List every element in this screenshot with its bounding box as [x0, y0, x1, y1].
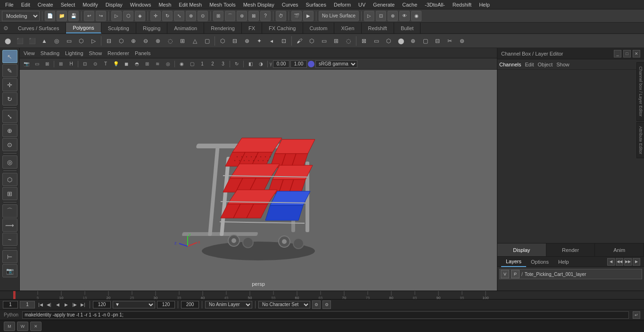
- vp-dof-icon[interactable]: ◎: [163, 60, 173, 68]
- duplicate-face-icon[interactable]: ⊡: [278, 35, 289, 47]
- viewport-canvas[interactable]: x y z persp: [20, 70, 497, 291]
- command-enter-icon[interactable]: ↵: [633, 311, 640, 319]
- scale-tool-left[interactable]: ⤡: [2, 110, 17, 123]
- command-input[interactable]: [22, 311, 629, 319]
- channel-box-close-btn[interactable]: ✕: [633, 50, 640, 57]
- channel-box-minimize-btn[interactable]: _: [614, 50, 621, 57]
- menu-display[interactable]: Display: [102, 1, 126, 8]
- torus-tool-icon[interactable]: ◎: [51, 35, 62, 47]
- rp-tab-render[interactable]: Render: [546, 243, 595, 256]
- wedge-icon[interactable]: ◂: [266, 35, 277, 47]
- vp-resolution-gate-icon[interactable]: ⊠: [42, 60, 52, 68]
- step-back-btn[interactable]: ◀|: [45, 301, 53, 308]
- paint-select-tool[interactable]: ✎: [2, 64, 17, 77]
- ipr-render-button[interactable]: ▶: [303, 11, 314, 21]
- cb-menu-edit[interactable]: Edit: [525, 62, 534, 67]
- curve-tool-left[interactable]: ⌒: [2, 204, 17, 218]
- cone-tool-icon[interactable]: ▲: [39, 35, 50, 47]
- cb-menu-show[interactable]: Show: [556, 62, 570, 67]
- uv-layout-icon[interactable]: ▢: [420, 35, 431, 47]
- taskbar-close-btn[interactable]: ✕: [30, 322, 41, 331]
- tab-sculpting[interactable]: Sculpting: [101, 23, 136, 33]
- soft-mod-tool-left[interactable]: ⊙: [2, 138, 17, 151]
- vp-medium-icon[interactable]: 2: [208, 60, 217, 68]
- tab-bar-gear-icon[interactable]: ⚙: [0, 23, 11, 33]
- layer-playback-btn[interactable]: P: [511, 270, 520, 278]
- universal-manip-tool[interactable]: ⊕: [2, 124, 17, 137]
- cb-menu-object[interactable]: Object: [537, 62, 553, 67]
- sphere-tool-icon[interactable]: ⬤: [2, 35, 13, 47]
- tab-polygons[interactable]: Polygons: [66, 23, 101, 33]
- rp-tab-display[interactable]: Display: [497, 243, 546, 256]
- taskbar-maya-btn[interactable]: M: [4, 322, 15, 331]
- anim-settings-btn[interactable]: ⚙: [322, 300, 331, 309]
- range-end-input[interactable]: ▼: [113, 301, 155, 308]
- history-button[interactable]: ⏱: [276, 11, 286, 21]
- uv-planar-icon[interactable]: ▭: [371, 35, 382, 47]
- layers-end-btn[interactable]: ▶: [633, 258, 640, 266]
- menu-3dtall[interactable]: -3DtoAll-: [421, 1, 448, 8]
- tab-bullet[interactable]: Bullet: [394, 23, 421, 33]
- quad-tool-icon[interactable]: ▢: [201, 35, 213, 47]
- menu-cache[interactable]: Cache: [399, 1, 421, 8]
- snap-live-surface-button[interactable]: ?: [260, 11, 271, 21]
- make-live-button[interactable]: ▷: [364, 11, 374, 21]
- vp-ao-icon[interactable]: ◓: [132, 60, 141, 68]
- tab-xgen[interactable]: XGen: [334, 23, 361, 33]
- vp-menu-shading[interactable]: Shading: [41, 50, 59, 56]
- lasso-tool-button[interactable]: ⬡: [123, 11, 133, 21]
- tab-fx-caching[interactable]: FX Caching: [262, 23, 303, 33]
- uv-cut-icon[interactable]: ✂: [444, 35, 455, 47]
- menu-curves[interactable]: Curves: [279, 1, 302, 8]
- symmetry-button[interactable]: ⊡: [376, 11, 386, 21]
- layers-add-btn[interactable]: ◀: [607, 258, 615, 266]
- scale-tool-button[interactable]: ⤡: [174, 11, 184, 21]
- select-tool-button[interactable]: ▷: [111, 11, 122, 21]
- range-start-input[interactable]: [93, 301, 111, 308]
- paint-tool-button[interactable]: ◈: [135, 11, 145, 21]
- new-file-button[interactable]: 📄: [45, 11, 55, 21]
- show-manip-tool[interactable]: ◎: [2, 155, 17, 169]
- menu-redshift[interactable]: Redshift: [449, 1, 475, 8]
- menu-help[interactable]: Help: [476, 1, 493, 8]
- vp-menu-view[interactable]: View: [24, 50, 35, 56]
- vp-color-space-icon[interactable]: [308, 61, 314, 67]
- disk-tool-icon[interactable]: ⬡: [75, 35, 87, 47]
- combine-tool-icon[interactable]: ⊕: [128, 35, 139, 47]
- vp-xray-icon[interactable]: ⊙: [91, 60, 100, 68]
- redo-button[interactable]: ↪: [96, 11, 106, 21]
- vp-motion-blur-icon[interactable]: ≋: [153, 60, 162, 68]
- vp-aa-icon[interactable]: ⊞: [142, 60, 152, 68]
- open-file-button[interactable]: 📁: [57, 11, 67, 21]
- layers-back-btn[interactable]: ◀◀: [616, 258, 623, 266]
- fill-hole-icon[interactable]: ⊕: [241, 35, 253, 47]
- tab-animation[interactable]: Animation: [167, 23, 204, 33]
- lasso-tool-left[interactable]: ⬡: [2, 173, 17, 186]
- vp-bb-icon[interactable]: ▢: [187, 60, 197, 68]
- menu-mesh[interactable]: Mesh: [155, 1, 174, 8]
- menu-file[interactable]: File: [2, 1, 17, 8]
- soft-mod-tool-button[interactable]: ⊙: [198, 11, 208, 21]
- vp-menu-lighting[interactable]: Lighting: [65, 50, 83, 56]
- vp-texture-icon[interactable]: T: [101, 60, 110, 68]
- rotate-tool-button[interactable]: ↻: [162, 11, 173, 21]
- cube-tool-icon[interactable]: ⬛: [14, 35, 25, 47]
- vp-film-gate-icon[interactable]: ▭: [32, 60, 41, 68]
- cylinder-tool-icon[interactable]: ⬛: [26, 35, 38, 47]
- no-live-surface-button[interactable]: No Live Surface: [319, 11, 359, 21]
- extrude-icon[interactable]: ⬡: [217, 35, 228, 47]
- uv-cylindrical-icon[interactable]: ⬡: [383, 35, 394, 47]
- move-tool-button[interactable]: ✛: [150, 11, 161, 21]
- vp-menu-show[interactable]: Show: [89, 50, 102, 56]
- menu-modify[interactable]: Modify: [79, 1, 101, 8]
- uv-editor-icon[interactable]: ⊠: [358, 35, 370, 47]
- go-to-start-btn[interactable]: |◀: [37, 301, 44, 308]
- menu-create[interactable]: Create: [34, 1, 57, 8]
- snap-point-button[interactable]: ⊛: [237, 11, 247, 21]
- layers-fwd-btn[interactable]: ▶▶: [624, 258, 632, 266]
- save-file-button[interactable]: 💾: [68, 11, 79, 21]
- separate-tool-icon[interactable]: ⊖: [140, 35, 151, 47]
- bridge-icon[interactable]: ⊟: [229, 35, 240, 47]
- tab-fx[interactable]: FX: [242, 23, 262, 33]
- uv-optimize-icon[interactable]: ⊛: [456, 35, 468, 47]
